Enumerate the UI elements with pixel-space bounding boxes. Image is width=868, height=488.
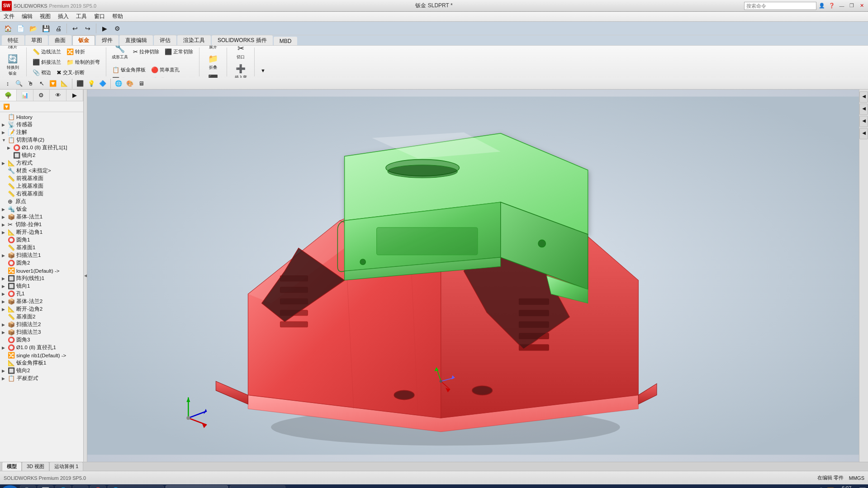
tree-item-sweep1[interactable]: ▶ 📦 扫描法兰1: [0, 251, 83, 259]
fold2-button[interactable]: 📁 折叠: [203, 52, 223, 72]
view-measure-button[interactable]: 📐: [59, 79, 69, 89]
right-tab-3[interactable]: ▶: [859, 116, 868, 127]
panel-tab-config[interactable]: ⚙: [33, 90, 50, 101]
tree-item-fillet1[interactable]: ⭕ 圆角1: [0, 236, 83, 244]
tree-item-plane2[interactable]: 📏 基准面2: [0, 313, 83, 321]
tree-item-annotations[interactable]: ▶ 📝 注解: [0, 128, 83, 136]
tab-sketch[interactable]: 草图: [25, 35, 48, 45]
taskbar-app-explorer[interactable]: 📁 H:微信公众号\0...: [230, 485, 285, 488]
rebuild-button[interactable]: ▶: [99, 23, 110, 34]
menu-help[interactable]: 帮助: [109, 12, 127, 21]
panel-tab-properties[interactable]: 📊: [17, 90, 33, 101]
sketch-bend-button[interactable]: 📁绘制的折弯: [64, 57, 102, 67]
panel-tab-featuretree[interactable]: 🌳: [0, 90, 17, 101]
tab-direct-edit[interactable]: 直接编辑: [119, 35, 153, 45]
user-icon[interactable]: 👤: [817, 2, 826, 10]
home-button[interactable]: 🏠: [2, 23, 14, 34]
tree-item-break-corner2[interactable]: ▶ 📐 断开-边角2: [0, 305, 83, 313]
view-section-button[interactable]: 🔷: [98, 79, 108, 89]
menu-tools[interactable]: 工具: [72, 12, 90, 21]
tree-item-gusset1[interactable]: 📐 钣金角撑板1: [0, 359, 83, 367]
base-flange-button[interactable]: 📦 基体法兰/薄片: [3, 45, 23, 52]
tab-sw-plugins[interactable]: SOLIDWORKS 插件: [212, 35, 273, 45]
cut-button[interactable]: ✂ 切口: [231, 45, 251, 62]
tree-item-right-plane[interactable]: 📏 右视基准面: [0, 190, 83, 198]
tree-item-hole2[interactable]: ▶ ⭕ 孔1: [0, 290, 83, 298]
filter-icon[interactable]: 🔽: [2, 102, 11, 111]
save-button[interactable]: 💾: [40, 23, 52, 34]
view-appearance-button[interactable]: 🎨: [125, 79, 135, 89]
right-tab-1[interactable]: ▶: [859, 91, 868, 103]
taskbar-app-browser[interactable]: 🌐: [55, 485, 71, 488]
taskbar-app-chrome[interactable]: 🌐 hao123_上网从...: [108, 485, 164, 488]
tab-mbd[interactable]: MBD: [274, 37, 298, 45]
panel-tab-expand[interactable]: ▶: [66, 90, 83, 101]
tree-item-mirror1[interactable]: ▶ 🔲 镜向1: [0, 282, 83, 290]
menu-view[interactable]: 视图: [36, 12, 54, 21]
view-display-button[interactable]: ⬛: [75, 79, 85, 89]
tree-item-base-flange2[interactable]: ▶ 📦 基体-法兰2: [0, 298, 83, 305]
tree-item-hole1[interactable]: ▶ ⭕ Ø1.0 (8) 直径孔1[1]: [0, 144, 83, 152]
tree-item-fillet2[interactable]: ⭕ 圆角2: [0, 259, 83, 267]
open-button[interactable]: 📂: [27, 23, 39, 34]
tree-item-origin[interactable]: ⊕ 原点: [0, 198, 83, 205]
system-clock[interactable]: 6:07 2022/7/4: [837, 485, 856, 488]
taskbar-app-oc[interactable]: 🔴: [90, 485, 106, 488]
menu-file[interactable]: 文件: [0, 12, 18, 21]
minimize-button[interactable]: —: [837, 2, 846, 10]
undo-button[interactable]: ↩: [69, 23, 81, 34]
view-rotate-button[interactable]: ↕: [3, 79, 13, 89]
convert-to-sheetmetal-button[interactable]: 🔄 转换到钣金: [3, 52, 23, 78]
extruded-cut-button[interactable]: ✂拉伸切除: [131, 47, 161, 57]
miter-flange-button[interactable]: ⬛斜接法兰: [30, 57, 63, 67]
taskbar-app-search[interactable]: 🔍: [20, 485, 36, 488]
right-tab-2[interactable]: ▶: [859, 104, 868, 115]
start-button[interactable]: ⊞: [2, 485, 18, 488]
tree-item-break-corner1[interactable]: ▶ 📐 断开-边角1: [0, 228, 83, 236]
tab-weldments[interactable]: 焊件: [96, 35, 119, 45]
tree-item-equations[interactable]: ▶ 📐 方程式: [0, 159, 83, 167]
taskbar-app-ps[interactable]: Ps: [73, 485, 88, 488]
tab-features[interactable]: 特征: [2, 35, 24, 45]
tree-item-front-plane[interactable]: 📏 前视基准面: [0, 175, 83, 182]
tab-3dview[interactable]: 3D 视图: [22, 462, 49, 471]
tab-evaluate[interactable]: 评估: [154, 35, 176, 45]
redo-button[interactable]: ↪: [82, 23, 94, 34]
cross-break-button[interactable]: ✖交叉-折断: [54, 68, 87, 77]
taskbar-app-taskview[interactable]: ⬜: [38, 485, 53, 488]
tab-render[interactable]: 渲染工具: [177, 35, 211, 45]
hem-button[interactable]: 📎褶边: [30, 68, 53, 77]
tree-item-cut-extrude1[interactable]: ▶ ✂ 切除-拉伸1: [0, 221, 83, 228]
right-tab-4[interactable]: ▶: [859, 128, 868, 139]
new-button[interactable]: 📄: [14, 23, 26, 34]
tree-item-singlerib1[interactable]: 🔀 single rib1(Default) ->: [0, 351, 83, 359]
tree-item-material[interactable]: 🔧 材质 <未指定>: [0, 167, 83, 175]
print-button[interactable]: 🖨: [52, 23, 64, 34]
close-button[interactable]: ✕: [857, 2, 866, 10]
tree-item-top-plane[interactable]: 📏 上视基准面: [0, 182, 83, 190]
menu-insert[interactable]: 插入: [54, 12, 72, 21]
tab-motion[interactable]: 运动算例 1: [49, 462, 83, 471]
tree-item-sweep3[interactable]: ▶ 📦 扫描法兰3: [0, 328, 83, 336]
view-scenes-button[interactable]: 🌐: [114, 79, 123, 89]
tree-item-sheetmetal[interactable]: ▶ 🔩 钣金: [0, 205, 83, 213]
viewport[interactable]: ▶ ▶ ▶ ▶: [87, 90, 868, 462]
vent-button[interactable]: 💨通风口: [149, 76, 177, 78]
view-select-button[interactable]: ↖: [37, 79, 47, 89]
tree-item-cutlist[interactable]: ▼ 📋 切割清单(2): [0, 136, 83, 144]
unfold-button[interactable]: 📂 展开: [203, 45, 223, 52]
tab-surface[interactable]: 曲面: [49, 35, 71, 45]
help-icon[interactable]: ❓: [827, 2, 836, 10]
simple-hole-button[interactable]: 🔴简单直孔: [149, 65, 182, 75]
menu-edit[interactable]: 编辑: [18, 12, 36, 21]
view-filter-button[interactable]: 🔽: [48, 79, 58, 89]
tree-item-plane1[interactable]: 📏 基准面1: [0, 244, 83, 251]
tree-item-mirror3[interactable]: ▶ 🔲 镜向2: [0, 367, 83, 374]
no-bend-button[interactable]: ⬛ 不折弯: [203, 73, 223, 78]
panel-tab-display[interactable]: 👁: [50, 90, 66, 101]
view-zoom-button[interactable]: 🔍: [14, 79, 24, 89]
panel-collapse-handle[interactable]: ◀: [84, 90, 87, 462]
edge-flange-button[interactable]: 📏边线法兰: [30, 47, 63, 57]
tree-item-louver1[interactable]: 🔀 louver1(Default) ->: [0, 267, 83, 275]
options-button[interactable]: ⚙: [111, 23, 123, 34]
